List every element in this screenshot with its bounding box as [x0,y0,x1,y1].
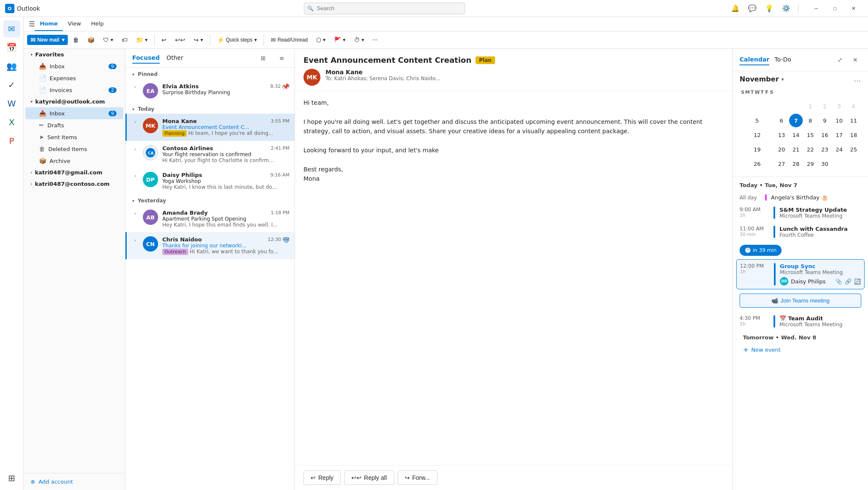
cal-day[interactable]: 4 [847,99,860,113]
sidebar-item-archive[interactable]: 📦 Archive [25,155,123,167]
lightbulb-icon[interactable]: 💡 [762,2,776,15]
reply-all-button[interactable]: ↩↩ Reply all [344,470,394,485]
email-item[interactable]: › EA Elvia Atkins 8:32 AM Surprise Birth… [125,79,295,103]
group-pinned[interactable]: ▾ Pinned [125,68,295,79]
quick-steps-button[interactable]: ⚡ Quick steps ▾ [214,35,260,45]
event-item[interactable]: 9:00 AM 1h S&M Strategy Update Microsoft… [736,203,865,222]
cal-day[interactable]: 19 [751,143,764,156]
expand-panel-icon[interactable]: ⤢ [834,54,846,66]
rail-calendar-icon[interactable]: 📅 [3,39,20,56]
cal-day[interactable]: 10 [832,114,846,127]
cal-day[interactable]: 9 [818,114,832,127]
rail-people-icon[interactable]: 👥 [3,58,20,75]
group-today[interactable]: ▾ Today [125,103,295,114]
cal-day-today[interactable]: 7 [789,114,803,127]
join-teams-meeting-button[interactable]: 📹 Join Teams meeting [740,294,861,308]
ribbon-tab-help[interactable]: Help [86,17,109,31]
all-day-event[interactable]: All day Angela's Birthday 🎂 [736,192,865,203]
event-item-group-sync[interactable]: 12:00 PM 1h Group Sync Microsoft Teams M… [736,259,865,289]
cal-tab-calendar[interactable]: Calendar [740,54,769,65]
cal-day[interactable]: 28 [789,157,803,171]
hamburger-menu[interactable]: ☰ [29,20,35,28]
rail-todo-icon[interactable]: ✓ [3,76,20,93]
cal-day[interactable]: 1 [804,99,817,113]
delete-button[interactable]: 🗑 [70,35,82,45]
cal-day[interactable]: 2 [818,99,832,113]
more-button[interactable]: ⏱▾ [351,35,367,45]
move-button[interactable]: 📁▾ [133,35,151,45]
month-title[interactable]: November [740,75,779,83]
flag-button[interactable]: 🛡▾ [100,35,117,45]
event-item[interactable]: 4:30 PM 1h 📅 Team Audit Microsoft Teams … [736,312,865,331]
cal-day[interactable]: 22 [804,143,817,156]
event-item[interactable]: 11:00 AM 30 min Lunch with Cassandra Fou… [736,222,865,241]
tab-focused[interactable]: Focused [132,53,160,64]
rail-apps-icon[interactable]: ⊞ [3,470,20,487]
close-panel-icon[interactable]: ✕ [849,54,861,66]
cal-day[interactable]: 23 [818,143,832,156]
categories-button[interactable]: ⬡▾ [313,35,329,45]
chat-icon[interactable]: 💬 [746,2,759,15]
group-yesterday[interactable]: ▾ Yesterday [125,194,295,205]
sidebar-item-expenses[interactable]: 📄 Expenses [25,72,123,84]
tab-other[interactable]: Other [167,53,184,64]
cal-tab-todo[interactable]: To-Do [774,54,791,65]
expand-icon[interactable]: › [132,85,139,90]
cal-day[interactable]: 30 [818,157,832,171]
add-account-button[interactable]: ⊕ Add account [31,479,118,485]
close-button[interactable]: ✕ [844,2,863,15]
reply-all-button[interactable]: ↩↩ [172,35,189,45]
new-mail-button[interactable]: ✉ New mail ▾ [27,35,68,45]
cal-day[interactable]: 16 [818,128,832,142]
calendar-more-button[interactable]: … [854,75,861,84]
sidebar-item-drafts[interactable]: ✏️ Drafts [25,119,123,131]
email-item[interactable]: › DP Daisy Philips 9:16 AM Yoga Workshop… [125,168,295,194]
archive-button[interactable]: 📦 [84,35,98,45]
notifications-icon[interactable]: 🔔 [729,2,742,15]
cal-day[interactable]: 26 [751,157,764,171]
cal-day[interactable]: 24 [832,143,846,156]
rail-powerpoint-icon[interactable]: P [3,132,20,149]
cal-day[interactable] [847,157,860,171]
cal-day[interactable]: 17 [832,128,846,142]
tag-button[interactable]: 🏷 [118,35,131,45]
email-item[interactable]: › CA Contoso Airlines 2:41 PM Your fligh… [125,141,295,168]
cal-day[interactable]: 6 [775,114,788,127]
cal-day[interactable] [789,99,803,113]
grid-view-icon[interactable]: ⊞ [257,52,269,64]
cal-day[interactable]: 11 [847,114,860,127]
filter-icon[interactable]: ≡ [276,52,288,64]
new-mail-dropdown-icon[interactable]: ▾ [62,37,64,43]
email-item[interactable]: › AB Amanda Brady 1:18 PM Apartment Park… [125,205,295,232]
forward-button[interactable]: ↪▾ [190,35,206,45]
cal-day[interactable]: 27 [775,157,788,171]
cal-day[interactable]: 15 [804,128,817,142]
cal-day[interactable] [751,99,764,113]
cal-day[interactable]: 12 [751,128,764,142]
account1-header[interactable]: ▾ katyreid@outlook.com [24,96,125,107]
cal-day[interactable]: 20 [775,143,788,156]
maximize-button[interactable]: □ [826,2,844,15]
reply-button[interactable]: ↩ Reply [303,470,341,485]
sidebar-item-deleted[interactable]: 🗑 Deleted Items [25,143,123,155]
cal-day[interactable]: 14 [789,128,803,142]
email-item[interactable]: › MK Mona Kane 3:55 PM Event Announcemen… [125,114,295,141]
account2-header[interactable]: › katri0487@gmail.com [24,167,125,178]
cal-day[interactable]: 29 [804,157,817,171]
new-event-button[interactable]: + New event [736,342,865,357]
rail-excel-icon[interactable]: X [3,114,20,131]
expand-icon[interactable]: › [132,147,139,151]
forward-button[interactable]: ↪ Forw... [398,470,437,485]
favorites-header[interactable]: ▾ Favorites [24,49,125,60]
cal-day[interactable] [775,99,788,113]
followup-button[interactable]: 🚩▾ [331,35,349,45]
expand-icon[interactable]: › [132,174,139,178]
sidebar-item-sent[interactable]: ➤ Sent Items [25,131,123,143]
expand-icon[interactable]: › [132,211,139,216]
cal-day[interactable]: 13 [775,128,788,142]
sidebar-item-inbox-account1[interactable]: 📥 Inbox 9 [25,107,123,119]
read-unread-button[interactable]: ✉ Read/Unread [267,35,311,45]
ribbon-tab-home[interactable]: Home [35,17,63,31]
month-dropdown-icon[interactable]: ▾ [782,76,784,82]
email-item[interactable]: › CN Chris Naidoo 12:30 PM Thanks for jo… [125,232,295,259]
